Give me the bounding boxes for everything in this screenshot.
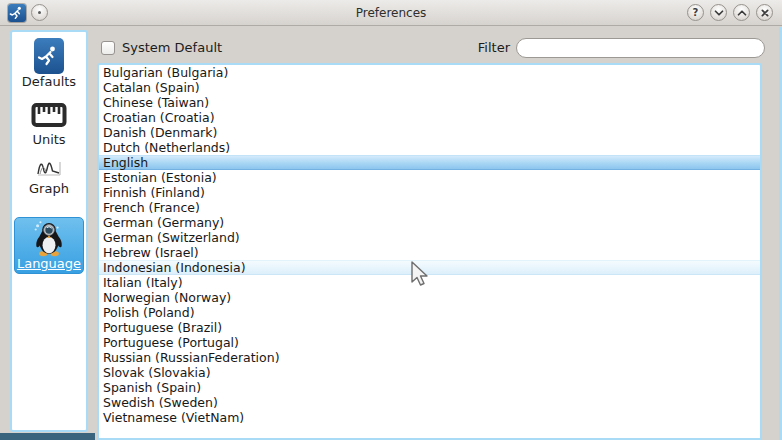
language-row[interactable]: Russian (RussianFederation) — [99, 350, 760, 365]
language-row[interactable]: French (France) — [99, 200, 760, 215]
language-row[interactable]: Dutch (Netherlands) — [99, 140, 760, 155]
help-button[interactable]: ? — [687, 4, 704, 21]
penguin-icon — [30, 219, 68, 257]
language-row[interactable]: Vietnamese (VietNam) — [99, 410, 760, 425]
language-row[interactable]: Danish (Denmark) — [99, 125, 760, 140]
language-row[interactable]: Norwegian (Norway) — [99, 290, 760, 305]
filter-input[interactable] — [516, 38, 765, 58]
language-list[interactable]: Bulgarian (Bulgaria)Catalan (Spain)Chine… — [97, 63, 762, 440]
sidebar: Defaults Units Graph Language — [10, 30, 88, 432]
language-row[interactable]: Estonian (Estonia) — [99, 170, 760, 185]
language-row[interactable]: Catalan (Spain) — [99, 80, 760, 95]
close-icon — [758, 6, 772, 20]
close-button[interactable] — [756, 4, 773, 21]
background-window-edge — [0, 433, 95, 440]
language-row[interactable]: Hebrew (Israel) — [99, 245, 760, 260]
system-default-label[interactable]: System Default — [122, 41, 222, 55]
sidebar-item-units[interactable]: Units — [12, 102, 86, 147]
language-row[interactable]: Portuguese (Brazil) — [99, 320, 760, 335]
language-row[interactable]: English — [99, 155, 760, 170]
language-row[interactable]: Polish (Poland) — [99, 305, 760, 320]
system-default-checkbox[interactable] — [101, 41, 115, 55]
language-row[interactable]: Slovak (Slovakia) — [99, 365, 760, 380]
language-row[interactable]: Swedish (Sweden) — [99, 395, 760, 410]
language-row[interactable]: Chinese (Taiwan) — [99, 95, 760, 110]
chevron-down-icon — [712, 6, 726, 20]
sidebar-item-graph[interactable]: Graph — [12, 159, 86, 196]
maximize-button[interactable] — [733, 4, 750, 21]
sidebar-item-defaults[interactable]: Defaults — [12, 38, 86, 89]
language-row[interactable]: German (Switzerland) — [99, 230, 760, 245]
chevron-up-icon — [735, 6, 749, 20]
ruler-icon — [12, 102, 86, 132]
minimize-button[interactable] — [710, 4, 727, 21]
sidebar-item-label: Language — [15, 256, 83, 271]
language-row[interactable]: Spanish (Spain) — [99, 380, 760, 395]
language-row[interactable]: Bulgarian (Bulgaria) — [99, 65, 760, 80]
sidebar-item-label: Defaults — [12, 74, 86, 89]
filter-label: Filter — [430, 41, 510, 55]
language-row[interactable]: Croatian (Croatia) — [99, 110, 760, 125]
sidebar-item-label: Graph — [12, 181, 86, 196]
language-row[interactable]: German (Germany) — [99, 215, 760, 230]
window-title: Preferences — [0, 0, 782, 26]
graph-icon — [12, 159, 86, 181]
sidebar-item-language[interactable]: Language — [14, 217, 84, 274]
titlebar[interactable]: Preferences ? — [0, 0, 782, 26]
language-row[interactable]: Finnish (Finland) — [99, 185, 760, 200]
mouse-cursor — [408, 260, 430, 288]
question-icon: ? — [693, 7, 699, 18]
sidebar-item-label: Units — [12, 132, 86, 147]
diver-icon — [34, 38, 64, 74]
language-row[interactable]: Portuguese (Portugal) — [99, 335, 760, 350]
